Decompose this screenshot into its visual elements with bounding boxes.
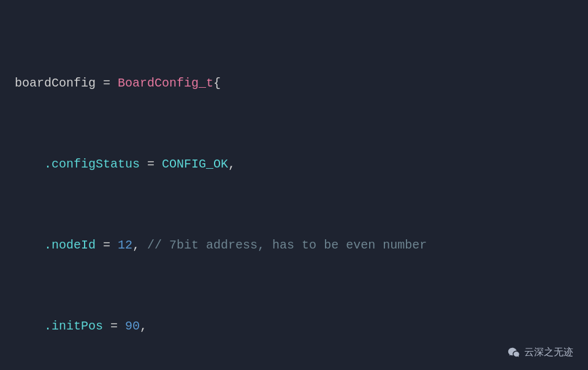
- code-line-4: .initPos = 90,: [15, 316, 573, 336]
- code-line-1: boardConfig = BoardConfig_t{: [15, 73, 573, 93]
- wechat-icon: [507, 345, 521, 359]
- code-line-3: .nodeId = 12, // 7bit address, has to be…: [15, 235, 573, 255]
- watermark-text: 云深之无迹: [524, 346, 573, 359]
- code-block: boardConfig = BoardConfig_t{ .configStat…: [0, 0, 588, 370]
- code-line-2: .configStatus = CONFIG_OK,: [15, 154, 573, 174]
- watermark: 云深之无迹: [507, 345, 573, 359]
